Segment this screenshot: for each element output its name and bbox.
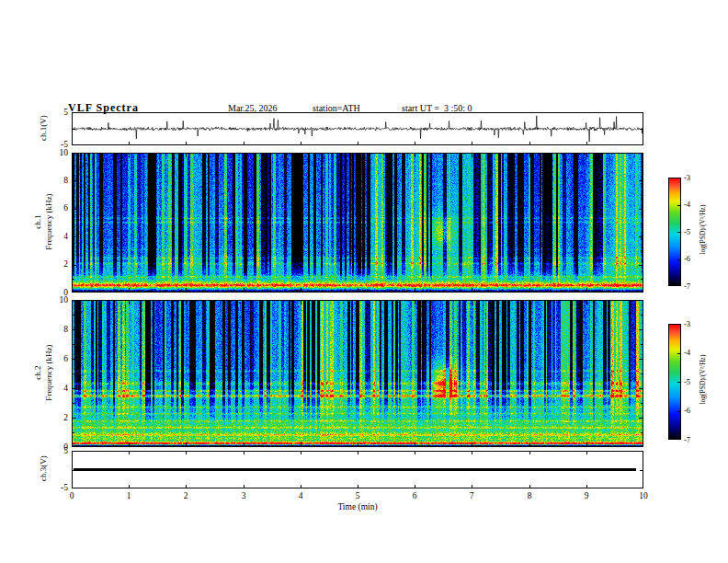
freq-tick-label: 2	[53, 413, 68, 423]
freq-tick-label: 4	[53, 384, 68, 394]
time-tick-label: 1	[119, 491, 138, 500]
spec2-channel-label: ch.2	[33, 327, 42, 419]
time-tick-label: 6	[405, 491, 424, 500]
freq-tick-label: 8	[53, 176, 68, 186]
ch1-spectrogram-canvas	[72, 153, 643, 293]
colorbar-tick-label: -3	[684, 319, 706, 328]
freq-tick-label: 10	[53, 295, 68, 305]
colorbar2-axis-label: log(PSD)/(V²/Hz)	[699, 329, 707, 431]
y-tick-label: 5	[53, 108, 68, 118]
freq-tick-label: 8	[53, 325, 68, 335]
time-tick-label: 10	[634, 491, 653, 500]
spec2-frequency-axis-label: Frequency (kHz)	[44, 327, 53, 419]
time-axis-label: Time (min)	[321, 502, 394, 511]
colorbar1-canvas	[668, 178, 681, 286]
freq-tick-label: 2	[53, 259, 68, 270]
time-tick-label: 4	[291, 491, 310, 500]
time-tick-label: 7	[462, 491, 481, 500]
time-tick-label: 8	[520, 491, 539, 500]
vlf-spectra-figure: VLF Spectra Mar.25, 2026 station=ATH sta…	[0, 0, 728, 563]
freq-tick-label: 6	[53, 203, 68, 213]
ch3-waveform-canvas	[72, 451, 643, 488]
colorbar-tick-label: -7	[684, 435, 706, 444]
ch1-waveform-canvas	[72, 112, 643, 145]
ch3-voltage-axis-label: ch.3(V)	[39, 422, 48, 514]
colorbar-tick-label: -7	[684, 282, 706, 291]
colorbar1-axis-label: log(PSD)/(V²/Hz)	[699, 179, 707, 281]
freq-tick-label: 10	[53, 148, 68, 158]
time-tick-label: 9	[577, 491, 596, 500]
y-tick-label: 5	[53, 446, 68, 456]
spec1-frequency-axis-label: Frequency (kHz)	[44, 176, 53, 268]
freq-tick-label: 4	[53, 232, 68, 242]
ch1-voltage-axis-label: ch.1(V)	[39, 82, 48, 174]
time-tick-label: 0	[63, 491, 81, 500]
time-tick-label: 2	[176, 491, 195, 500]
spec1-channel-label: ch.1	[33, 176, 42, 268]
colorbar2-canvas	[668, 324, 681, 440]
time-tick-label: 3	[234, 491, 253, 500]
freq-tick-label: 6	[53, 354, 68, 364]
ch2-spectrogram-canvas	[72, 300, 643, 447]
time-tick-label: 5	[348, 491, 367, 500]
